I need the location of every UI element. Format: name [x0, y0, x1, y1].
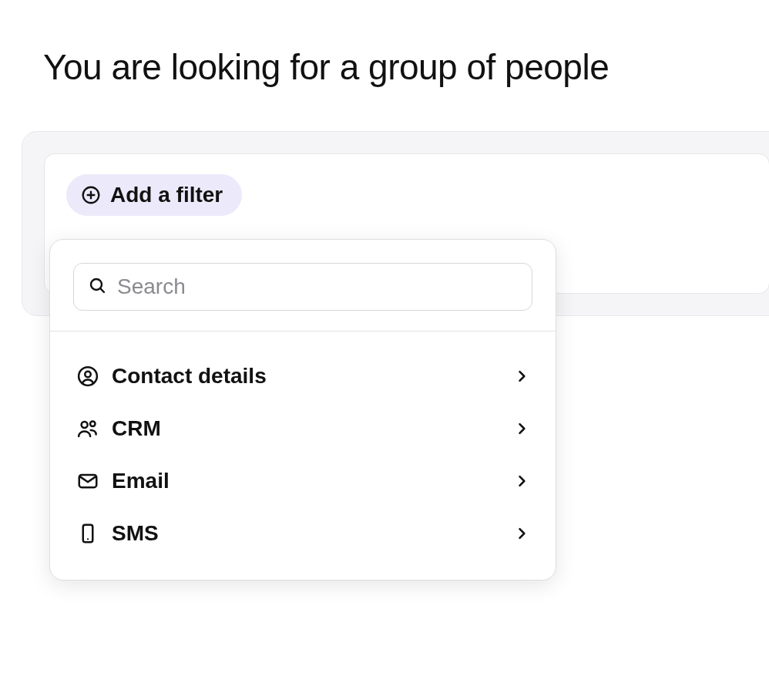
svg-point-11 — [87, 538, 89, 540]
envelope-icon — [76, 469, 104, 493]
plus-circle-icon — [81, 185, 101, 205]
filter-category-crm[interactable]: CRM — [65, 402, 540, 455]
add-filter-button[interactable]: Add a filter — [66, 174, 242, 216]
search-wrap — [50, 240, 556, 331]
chevron-right-icon — [514, 526, 529, 541]
svg-line-4 — [100, 288, 104, 292]
filter-category-email[interactable]: Email — [65, 455, 540, 507]
filter-category-sms[interactable]: SMS — [65, 507, 540, 560]
people-icon — [76, 417, 104, 440]
search-icon — [88, 276, 106, 298]
filter-area: Add a filter — [22, 131, 769, 316]
add-filter-label: Add a filter — [110, 183, 223, 207]
search-field[interactable] — [73, 263, 532, 311]
filter-dropdown: Contact details — [49, 239, 556, 581]
chevron-right-icon — [514, 473, 529, 489]
phone-icon — [76, 522, 104, 545]
filter-card: Add a filter — [44, 153, 769, 294]
chevron-right-icon — [514, 421, 529, 436]
filter-category-label: Contact details — [112, 364, 514, 389]
svg-point-7 — [82, 422, 88, 428]
filter-category-label: Email — [112, 469, 514, 493]
page-title: You are looking for a group of people — [0, 0, 769, 88]
filter-category-label: CRM — [112, 416, 514, 441]
user-circle-icon — [76, 365, 104, 388]
filter-category-list: Contact details — [50, 331, 556, 580]
svg-point-8 — [90, 422, 96, 427]
filter-category-contact-details[interactable]: Contact details — [65, 350, 540, 402]
search-input[interactable] — [117, 274, 518, 299]
svg-point-6 — [85, 372, 91, 378]
filter-category-label: SMS — [112, 521, 514, 546]
chevron-right-icon — [514, 369, 529, 384]
